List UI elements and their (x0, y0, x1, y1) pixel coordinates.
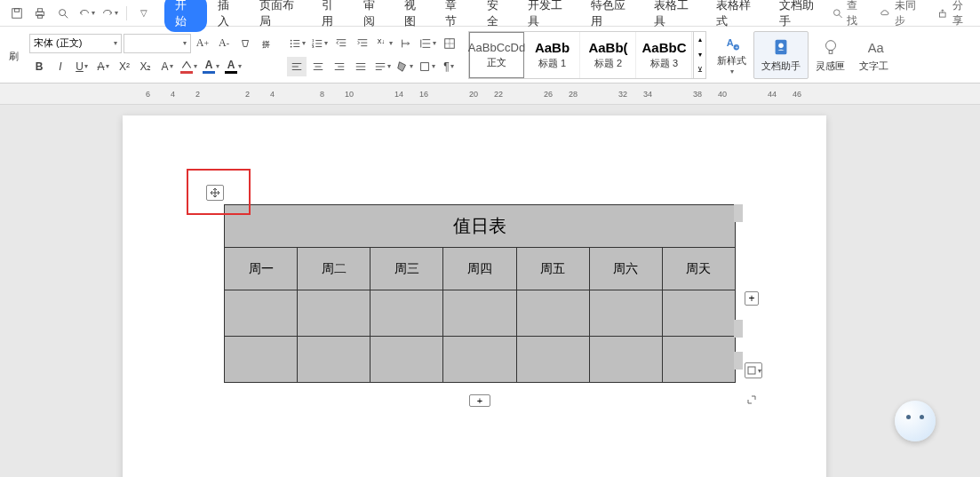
superscript-button[interactable]: X² (115, 57, 134, 76)
table-cell[interactable] (225, 290, 298, 337)
table-cell[interactable] (370, 337, 443, 383)
italic-button[interactable]: I (51, 57, 70, 76)
chevron-down-icon: ▾ (114, 39, 117, 47)
align-center-button[interactable] (308, 57, 328, 76)
number-list-button[interactable]: 123▾ (309, 34, 330, 53)
table-cell[interactable]: 周二 (298, 248, 370, 290)
save-icon[interactable] (7, 4, 27, 23)
table-move-handle[interactable] (206, 185, 224, 201)
table-cell[interactable]: 周三 (370, 248, 443, 290)
table-cell[interactable]: 周一 (225, 248, 298, 290)
align-justify-button[interactable] (351, 57, 370, 76)
search-button[interactable]: 查找 (832, 0, 867, 28)
style-expand-icon[interactable]: ⊻ (694, 62, 705, 77)
undo-icon[interactable]: ▾ (76, 4, 96, 23)
table-cell[interactable] (516, 290, 589, 337)
style-up-icon[interactable]: ▴ (694, 32, 705, 47)
table-cell[interactable] (662, 337, 735, 383)
bullet-list-button[interactable]: ▾ (287, 34, 307, 53)
table-add-row-button[interactable]: + (469, 394, 490, 407)
tab-security[interactable]: 安全 (478, 0, 517, 33)
doc-helper-button[interactable]: 文档助手 (753, 31, 809, 79)
increase-font-button[interactable]: A+ (193, 34, 212, 53)
table-cell[interactable] (225, 337, 298, 383)
table-row-handle[interactable] (734, 352, 743, 370)
table-cell[interactable]: 周四 (443, 248, 516, 290)
duty-table[interactable]: 值日表 周一 周二 周三 周四 周五 周六 周天 (224, 204, 736, 383)
font-size-combo[interactable]: ▾ (123, 34, 191, 53)
highlight-button[interactable]: ▾ (179, 57, 199, 76)
distribute-button[interactable]: ▾ (372, 57, 393, 76)
table-col-handle[interactable] (734, 204, 743, 222)
table-cell[interactable] (516, 337, 589, 383)
table-cell[interactable] (443, 290, 516, 337)
new-style-button[interactable]: A+ 新样式▾ (710, 31, 753, 79)
clipboard-icon (746, 366, 757, 375)
tab-special[interactable]: 特色应用 (582, 0, 643, 33)
tab-table-tools[interactable]: 表格工具 (645, 0, 706, 33)
share-button[interactable]: 分享 (937, 0, 973, 28)
table-cell[interactable]: 周六 (589, 248, 662, 290)
table-cell[interactable] (298, 337, 370, 383)
svg-rect-51 (421, 62, 429, 70)
menu-dropdown-icon[interactable]: ▽ (134, 4, 154, 23)
table-cell[interactable] (589, 290, 662, 337)
show-marks-button[interactable]: ¶▾ (439, 57, 458, 76)
font-color-button[interactable]: A▾ (201, 57, 221, 76)
table-cell[interactable] (370, 290, 443, 337)
tab-button[interactable]: ▾ (417, 57, 437, 76)
sort-button[interactable]: X↓▾ (374, 34, 394, 53)
table-add-col-button[interactable]: + (745, 291, 759, 306)
format-painter-button[interactable]: 刷 (9, 47, 19, 63)
font-name-combo[interactable]: 宋体 (正文) ▾ (29, 34, 122, 53)
table-row-handle[interactable] (734, 320, 743, 338)
tab-developer[interactable]: 开发工具 (519, 0, 580, 33)
subscript-button[interactable]: X₂ (136, 57, 155, 76)
tab-doc-helper[interactable]: 文档助手 (770, 0, 832, 33)
style-heading1[interactable]: AaBb 标题 1 (525, 32, 580, 78)
table-options-button[interactable]: ▾ (745, 362, 762, 378)
phonetic-button[interactable]: 拼 (257, 34, 276, 53)
increase-indent-button[interactable] (353, 34, 372, 53)
table-cell[interactable]: 周五 (516, 248, 589, 290)
tab-table-style[interactable]: 表格样式 (707, 0, 769, 33)
line-spacing-button[interactable]: ▾ (418, 34, 438, 53)
inspiration-button[interactable]: 灵感匣 (809, 31, 852, 79)
decrease-indent-button[interactable] (331, 34, 351, 53)
style-down-icon[interactable]: ▾ (694, 47, 705, 62)
table-cell[interactable] (662, 290, 735, 337)
text-tool-button[interactable]: Aa 文字工 (852, 31, 896, 79)
underline-button[interactable]: U▾ (72, 57, 92, 76)
ltr-button[interactable] (396, 34, 416, 53)
preview-icon[interactable] (53, 4, 73, 23)
svg-text:拼: 拼 (262, 39, 270, 48)
sync-button[interactable]: 未同步 (880, 0, 925, 28)
svg-text:X↓: X↓ (378, 38, 385, 44)
align-right-button[interactable] (330, 57, 349, 76)
align-left-button[interactable] (287, 57, 307, 76)
shading-button[interactable]: ▾ (394, 57, 415, 76)
char-shading-button[interactable]: A▾ (223, 57, 243, 76)
decrease-font-button[interactable]: A- (214, 34, 234, 53)
text-effect-button[interactable]: A▾ (157, 57, 177, 76)
style-normal[interactable]: AaBbCcDd 正文 (469, 32, 524, 78)
horizontal-ruler[interactable]: 6 4 2 2 4 8 10 14 16 20 22 26 28 32 34 3… (124, 83, 980, 104)
table-cell[interactable]: 周天 (662, 248, 735, 290)
page[interactable]: 值日表 周一 周二 周三 周四 周五 周六 周天 + ▾ + (123, 115, 826, 477)
border-button[interactable] (440, 34, 459, 53)
clear-format-button[interactable] (235, 34, 255, 53)
table-cell[interactable] (443, 337, 516, 383)
assistant-avatar[interactable] (895, 401, 936, 441)
table-cell[interactable] (589, 337, 662, 383)
redo-icon[interactable]: ▾ (100, 4, 119, 23)
print-icon[interactable] (30, 4, 50, 23)
table-resize-handle[interactable] (745, 393, 759, 407)
text-tool-icon: Aa (864, 37, 884, 57)
strikethrough-button[interactable]: A▾ (93, 57, 113, 76)
style-heading3[interactable]: AaBbC 标题 3 (637, 32, 692, 78)
bold-button[interactable]: B (29, 57, 49, 76)
font-group: 宋体 (正文) ▾ ▾ A+ A- 拼 B I U▾ A▾ X² X₂ A▾ ▾… (24, 27, 282, 83)
style-heading2[interactable]: AaBb( 标题 2 (581, 32, 636, 78)
table-title-cell[interactable]: 值日表 (225, 205, 736, 248)
table-cell[interactable] (298, 290, 370, 337)
